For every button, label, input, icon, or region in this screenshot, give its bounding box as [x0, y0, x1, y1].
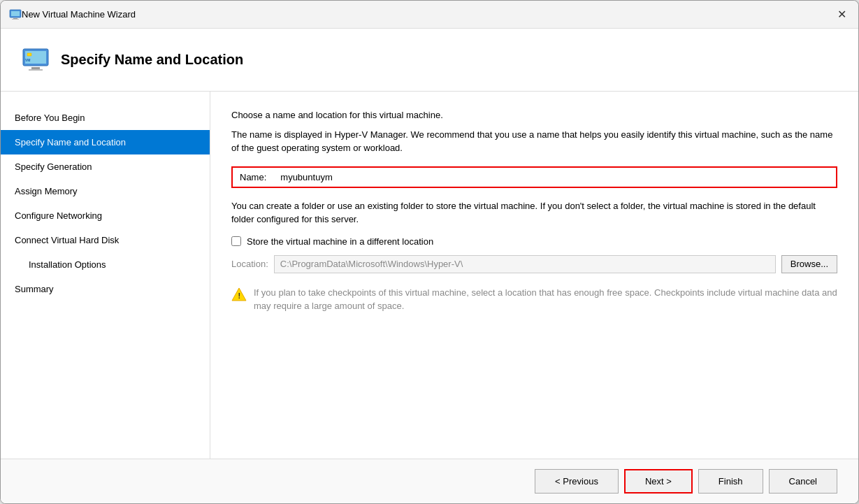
svg-text:VM: VM: [25, 58, 31, 62]
svg-rect-7: [29, 69, 43, 71]
wizard-body: Before You Begin Specify Name and Locati…: [1, 92, 858, 459]
location-input[interactable]: [274, 255, 776, 273]
wizard-window: New Virtual Machine Wizard ✕ VM Specify …: [0, 0, 859, 504]
wizard-sidebar: Before You Begin Specify Name and Locati…: [1, 92, 210, 459]
header-vm-icon: VM: [22, 46, 50, 74]
sidebar-item-specify-generation[interactable]: Specify Generation: [1, 154, 210, 179]
location-row: Location: Browse...: [231, 255, 837, 273]
sidebar-item-summary[interactable]: Summary: [1, 277, 210, 301]
sidebar-item-installation-options[interactable]: Installation Options: [1, 252, 210, 277]
svg-rect-6: [31, 67, 40, 69]
wizard-footer: < Previous Next > Finish Cancel: [1, 459, 858, 503]
sidebar-item-before-you-begin[interactable]: Before You Begin: [1, 106, 210, 130]
warning-text: If you plan to take checkpoints of this …: [254, 286, 837, 313]
svg-text:!: !: [238, 291, 241, 300]
sidebar-item-assign-memory[interactable]: Assign Memory: [1, 179, 210, 203]
description-line1: Choose a name and location for this virt…: [231, 108, 837, 122]
location-description: You can create a folder or use an existi…: [231, 199, 837, 226]
finish-button[interactable]: Finish: [698, 469, 763, 494]
window-title: New Virtual Machine Wizard: [22, 9, 833, 20]
title-bar: New Virtual Machine Wizard ✕: [1, 1, 858, 29]
svg-rect-8: [27, 53, 31, 56]
location-checkbox[interactable]: [231, 236, 241, 246]
browse-button[interactable]: Browse...: [781, 255, 837, 273]
description-line2: The name is displayed in Hyper-V Manager…: [231, 128, 837, 155]
cancel-button[interactable]: Cancel: [769, 469, 837, 494]
location-label: Location:: [231, 259, 268, 269]
name-input[interactable]: [280, 172, 829, 182]
wizard-content: Choose a name and location for this virt…: [210, 92, 858, 459]
sidebar-item-specify-name[interactable]: Specify Name and Location: [1, 130, 210, 154]
warning-icon: !: [231, 287, 247, 302]
next-button[interactable]: Next >: [624, 469, 693, 494]
location-checkbox-row: Store the virtual machine in a different…: [231, 236, 837, 247]
page-title: Specify Name and Location: [61, 52, 243, 68]
svg-rect-1: [11, 11, 20, 16]
wizard-header: VM Specify Name and Location: [1, 29, 858, 92]
sidebar-item-connect-hard-disk[interactable]: Connect Virtual Hard Disk: [1, 228, 210, 252]
name-label: Name:: [240, 172, 266, 182]
sidebar-item-configure-networking[interactable]: Configure Networking: [1, 203, 210, 228]
description-block: Choose a name and location for this virt…: [231, 108, 837, 155]
warning-box: ! If you plan to take checkpoints of thi…: [231, 283, 837, 316]
previous-button[interactable]: < Previous: [535, 469, 619, 494]
close-button[interactable]: ✕: [833, 6, 850, 23]
name-field-row: Name:: [231, 166, 837, 188]
svg-rect-3: [12, 19, 19, 20]
titlebar-vm-icon: [9, 8, 22, 21]
location-checkbox-label: Store the virtual machine in a different…: [247, 236, 433, 247]
